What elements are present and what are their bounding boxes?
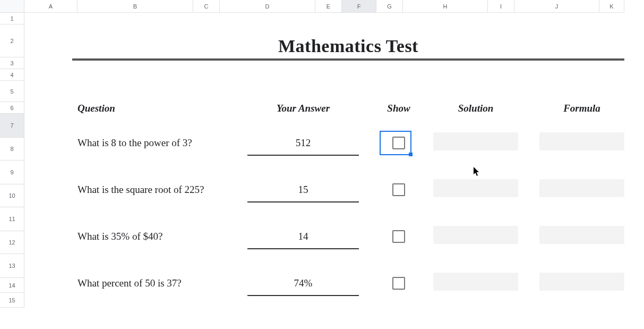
show-checkbox[interactable] (392, 277, 405, 290)
show-checkbox-wrap (370, 132, 428, 154)
row-header[interactable]: 2 (0, 24, 24, 57)
question-text: What is the square root of 225? (78, 179, 247, 200)
row-header[interactable]: 3 (0, 57, 24, 69)
column-header[interactable]: C (193, 0, 220, 13)
column-header[interactable]: E (315, 0, 342, 13)
formula-cell[interactable] (539, 132, 624, 150)
question-text: What is 35% of $40? (78, 226, 247, 247)
header-solution: Solution (433, 98, 518, 119)
header-formula: Formula (539, 98, 624, 119)
show-checkbox-wrap (370, 179, 428, 200)
solution-cell[interactable] (433, 226, 518, 244)
row-header[interactable]: 10 (0, 184, 24, 207)
column-header[interactable]: B (78, 0, 193, 13)
row-header[interactable]: 14 (0, 278, 24, 293)
column-headers: ABCDEFGHIJK (24, 0, 624, 13)
show-checkbox[interactable] (392, 183, 405, 196)
row-header[interactable]: 6 (0, 102, 24, 114)
row-header[interactable]: 5 (0, 81, 24, 102)
answer-cell[interactable]: 512 (247, 132, 359, 156)
question-text: What is 8 to the power of 3? (78, 132, 247, 154)
solution-cell[interactable] (433, 273, 518, 291)
column-header[interactable]: H (403, 0, 488, 13)
formula-cell[interactable] (539, 273, 624, 291)
column-header[interactable]: G (376, 0, 403, 13)
answer-cell[interactable]: 15 (247, 179, 359, 203)
row-header[interactable]: 15 (0, 293, 24, 308)
row-header[interactable]: 7 (0, 114, 24, 138)
mouse-cursor-icon (474, 167, 480, 179)
row-headers: 123456789101112131415 (0, 13, 24, 308)
show-checkbox[interactable] (392, 137, 405, 149)
column-header[interactable]: F (342, 0, 376, 13)
row-header[interactable]: 4 (0, 69, 24, 81)
solution-cell[interactable] (433, 179, 518, 197)
select-all-corner[interactable] (0, 0, 24, 13)
column-header[interactable]: K (599, 0, 624, 13)
row-header[interactable]: 13 (0, 254, 24, 278)
question-text: What percent of 50 is 37? (78, 273, 247, 294)
row-header[interactable]: 1 (0, 13, 24, 24)
formula-cell[interactable] (539, 179, 624, 197)
show-checkbox-wrap (370, 273, 428, 294)
answer-cell[interactable]: 74% (247, 273, 359, 296)
column-header[interactable]: A (24, 0, 78, 13)
answer-cell[interactable]: 14 (247, 226, 359, 249)
solution-cell[interactable] (433, 132, 518, 150)
column-header[interactable]: I (488, 0, 514, 13)
row-header[interactable]: 8 (0, 138, 24, 161)
column-header[interactable]: D (220, 0, 315, 13)
header-show: Show (370, 98, 428, 119)
spreadsheet-grid: ABCDEFGHIJK 123456789101112131415 Mathem… (0, 0, 644, 329)
header-answer: Your Answer (247, 98, 359, 119)
row-header[interactable]: 12 (0, 231, 24, 254)
column-header[interactable]: J (514, 0, 599, 13)
formula-cell[interactable] (539, 226, 624, 244)
show-checkbox-wrap (370, 226, 428, 247)
show-checkbox[interactable] (392, 230, 405, 243)
sheet-title: Mathematics Test (72, 34, 624, 61)
cell-area[interactable]: Mathematics Test Question Your Answer Sh… (24, 13, 644, 329)
header-question: Question (78, 98, 226, 119)
row-header[interactable]: 9 (0, 161, 24, 184)
row-header[interactable]: 11 (0, 207, 24, 231)
